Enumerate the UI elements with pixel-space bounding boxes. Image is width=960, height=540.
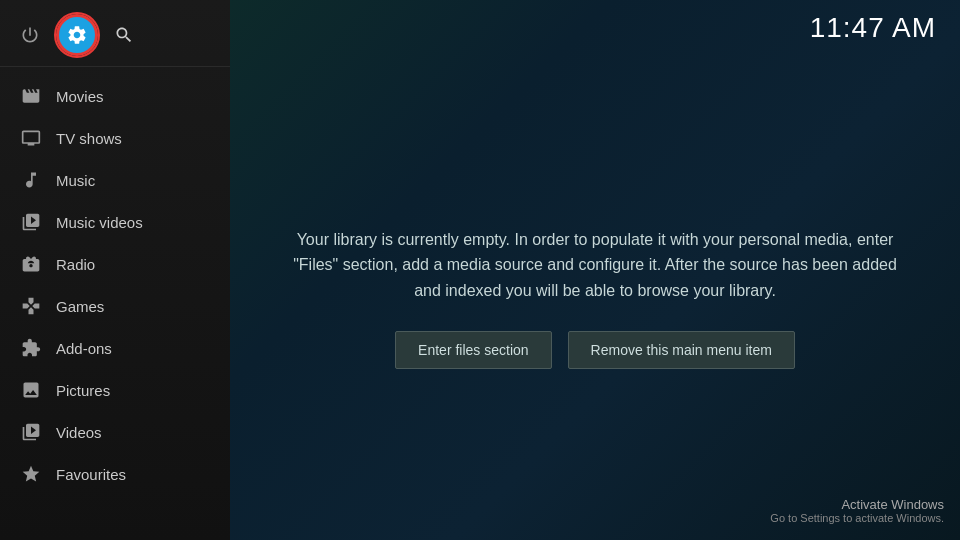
action-buttons: Enter files section Remove this main men… (395, 331, 795, 369)
sidebar: Movies TV shows Music Music videos (0, 0, 230, 540)
sidebar-item-pictures-label: Pictures (56, 382, 110, 399)
tvshows-icon (20, 127, 42, 149)
top-bar: 11:47 AM (230, 0, 960, 56)
sidebar-item-musicvideos-label: Music videos (56, 214, 143, 231)
library-empty-message: Your library is currently empty. In orde… (290, 227, 900, 304)
remove-menu-item-button[interactable]: Remove this main menu item (568, 331, 795, 369)
sidebar-item-music-label: Music (56, 172, 95, 189)
sidebar-item-radio-label: Radio (56, 256, 95, 273)
sidebar-item-musicvideos[interactable]: Music videos (0, 201, 230, 243)
sidebar-item-games[interactable]: Games (0, 285, 230, 327)
activate-windows-subtitle: Go to Settings to activate Windows. (770, 512, 944, 524)
search-icon-button[interactable] (110, 21, 138, 49)
music-icon (20, 169, 42, 191)
sidebar-item-addons[interactable]: Add-ons (0, 327, 230, 369)
favourites-icon (20, 463, 42, 485)
musicvideos-icon (20, 211, 42, 233)
content-area: Your library is currently empty. In orde… (230, 56, 960, 540)
sidebar-item-music[interactable]: Music (0, 159, 230, 201)
sidebar-item-games-label: Games (56, 298, 104, 315)
sidebar-item-pictures[interactable]: Pictures (0, 369, 230, 411)
sidebar-item-favourites[interactable]: Favourites (0, 453, 230, 495)
power-icon[interactable] (16, 21, 44, 49)
nav-menu: Movies TV shows Music Music videos (0, 67, 230, 540)
sidebar-item-tvshows[interactable]: TV shows (0, 117, 230, 159)
sidebar-item-movies-label: Movies (56, 88, 104, 105)
addons-icon (20, 337, 42, 359)
settings-icon-button[interactable] (56, 14, 98, 56)
sidebar-item-radio[interactable]: Radio (0, 243, 230, 285)
sidebar-item-videos-label: Videos (56, 424, 102, 441)
radio-icon (20, 253, 42, 275)
sidebar-item-tvshows-label: TV shows (56, 130, 122, 147)
sidebar-header (0, 0, 230, 67)
time-display: 11:47 AM (810, 12, 936, 44)
enter-files-button[interactable]: Enter files section (395, 331, 552, 369)
movies-icon (20, 85, 42, 107)
sidebar-item-videos[interactable]: Videos (0, 411, 230, 453)
sidebar-item-favourites-label: Favourites (56, 466, 126, 483)
games-icon (20, 295, 42, 317)
windows-activation-notice: Activate Windows Go to Settings to activ… (770, 497, 944, 524)
pictures-icon (20, 379, 42, 401)
main-content: 11:47 AM Your library is currently empty… (230, 0, 960, 540)
sidebar-item-addons-label: Add-ons (56, 340, 112, 357)
videos-icon (20, 421, 42, 443)
activate-windows-title: Activate Windows (770, 497, 944, 512)
sidebar-item-movies[interactable]: Movies (0, 75, 230, 117)
